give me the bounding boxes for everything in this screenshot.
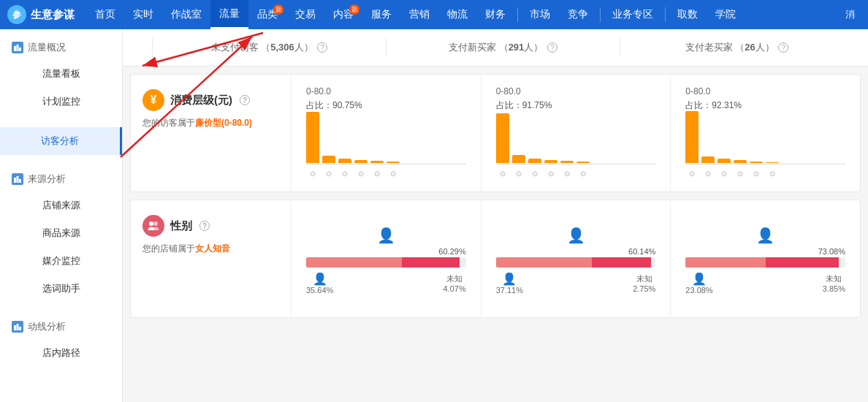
svg-point-13 [153, 221, 158, 226]
nav-logistics[interactable]: 物流 [438, 0, 476, 29]
sidebar-item-product-source[interactable]: 商品来源 [0, 219, 122, 247]
nav-business[interactable]: 业务专区 [604, 0, 662, 29]
sidebar-section-title-source: 来源分析 [0, 167, 122, 191]
nav-divider2 [600, 7, 601, 22]
nav-marketing[interactable]: 营销 [400, 0, 438, 29]
gender-cols: 👤 60.29% 👤 35.64% [292, 200, 860, 317]
gender-bar-1 [306, 257, 466, 268]
bar-icon-1-2: ⊙ [322, 170, 335, 178]
bar-3-6 [766, 162, 779, 163]
nav-home[interactable]: 首页 [86, 0, 124, 29]
sidebar-section-visitor: 访客分析 [0, 121, 122, 161]
nav-finance[interactable]: 财务 [476, 0, 514, 29]
sidebar-item-shop-path[interactable]: 店内路径 [0, 339, 122, 367]
nav-content[interactable]: 内容新 [324, 0, 362, 29]
unknown-info-3: 未知 3.85% [823, 273, 845, 293]
new-buyer-count: （291人） [499, 42, 544, 53]
sidebar-section-flow: 动线分析 店内路径 [0, 308, 122, 373]
gender-bottom-1: 👤 35.64% 未知 4.07% [306, 272, 466, 295]
unpaid-count: （5,306人） [261, 42, 313, 53]
bar-3-2 [701, 156, 715, 163]
consumption-col1-pct: 占比：90.75% [306, 99, 466, 112]
sidebar-item-shop-source[interactable]: 店铺来源 [0, 191, 122, 219]
gender-highlight: 女人知音 [195, 243, 230, 254]
male-icon-3: 👤 [692, 272, 707, 286]
male-pct-1: 35.64% [306, 286, 333, 295]
gender-section: 性别 ? 您的店铺属于女人知音 👤 60.29% [130, 200, 861, 318]
sidebar-item-visitor-analysis[interactable]: 访客分析 [0, 127, 122, 155]
sidebar-item-keyword[interactable]: 选词助手 [0, 275, 122, 303]
bar-1-6 [387, 162, 400, 163]
nav-market[interactable]: 市场 [521, 0, 559, 29]
sidebar-item-media-monitor[interactable]: 媒介监控 [0, 247, 122, 275]
nav-war-room[interactable]: 作战室 [162, 0, 210, 29]
gender-col2-chart: 👤 60.14% 👤 37.11% [496, 212, 656, 295]
gender-help[interactable]: ? [199, 221, 210, 231]
flow-section-icon [12, 321, 23, 333]
bar-1-5 [370, 161, 384, 163]
svg-rect-4 [17, 45, 19, 51]
traffic-section-label: 流量概况 [28, 41, 66, 54]
bar-icon-2-3: ⊙ [528, 170, 541, 178]
nav-divider [517, 7, 518, 22]
male-pct-3: 23.08% [685, 286, 712, 295]
gender-col3-chart: 👤 73.08% 👤 23.08% [685, 212, 845, 295]
old-buyer-count: （26人） [735, 42, 774, 53]
new-buyer-label: 支付新买家 [449, 42, 496, 53]
nav-category[interactable]: 品类新 [248, 0, 286, 29]
new-buyer-help[interactable]: ? [547, 42, 557, 53]
consumption-col3-chart: ⊙ ⊙ ⊙ ⊙ ⊙ ⊙ [685, 119, 845, 178]
consumption-col3-pct: 占比：92.31% [685, 99, 845, 112]
category-badge: 新 [273, 4, 283, 15]
gender-title: 性别 ? [142, 215, 279, 237]
consumption-highlight: 廉价型(0-80.0) [195, 118, 252, 128]
bar-2-1 [496, 113, 509, 163]
nav-realtime[interactable]: 实时 [124, 0, 162, 29]
unknown-bar-2 [651, 257, 656, 268]
nav-traffic[interactable]: 流量 [210, 0, 248, 29]
old-buyer-help[interactable]: ? [778, 42, 788, 53]
nav-trade[interactable]: 交易 [286, 0, 324, 29]
header-col-unpaid: 未支付访客 （5,306人） ? [152, 38, 386, 57]
header-row: 未支付访客 （5,306人） ? 支付新买家 （291人） ? 支付老买家 （2… [123, 29, 868, 67]
bar-2-5 [560, 161, 574, 163]
nav-academy[interactable]: 学院 [707, 0, 745, 29]
source-section-icon [12, 173, 23, 185]
consumption-col-3: 0-80.0 占比：92.31% ⊙ ⊙ [670, 75, 860, 191]
consumption-left: ¥ 消费层级(元) ? 您的访客属于廉价型(0-80.0) [131, 75, 292, 191]
consumption-col1-range: 0-80.0 [306, 86, 466, 96]
svg-point-12 [149, 221, 153, 226]
nav-fetch[interactable]: 取数 [669, 0, 707, 29]
logo-icon: 参 [7, 5, 26, 24]
bar-icon-3-4: ⊙ [734, 170, 747, 178]
unpaid-help[interactable]: ? [317, 42, 327, 53]
female-pct-1: 60.29% [306, 247, 466, 256]
svg-rect-11 [19, 327, 21, 330]
nav-service[interactable]: 服务 [362, 0, 400, 29]
nav-right: 消 [840, 8, 861, 21]
bar-icons-1: ⊙ ⊙ ⊙ ⊙ ⊙ ⊙ [306, 170, 466, 178]
bar-icon-2-1: ⊙ [496, 170, 509, 178]
nav-user[interactable]: 消 [840, 8, 861, 21]
consumption-help[interactable]: ? [240, 95, 250, 105]
consumption-title: ¥ 消费层级(元) ? [142, 89, 279, 111]
bar-icon-2-2: ⊙ [512, 170, 525, 178]
sidebar-item-traffic-board[interactable]: 流量看板 [0, 60, 122, 88]
sidebar-item-plan-monitor[interactable]: 计划监控 [0, 88, 122, 115]
gender-bar-2 [496, 257, 656, 268]
header-col-new-buyer: 支付新买家 （291人） ? [386, 38, 620, 57]
nav-competition[interactable]: 竞争 [559, 0, 597, 29]
bar-icon-3-2: ⊙ [701, 170, 715, 178]
bar-2-2 [512, 155, 525, 163]
gender-col-2: 👤 60.14% 👤 37.11% [481, 200, 671, 317]
bar-icon-3-6: ⊙ [766, 170, 779, 178]
male-icon-1: 👤 [313, 272, 327, 286]
consumption-desc: 您的访客属于廉价型(0-80.0) [142, 117, 279, 129]
male-info-3: 👤 23.08% [685, 272, 712, 295]
female-bar-1 [306, 257, 402, 268]
unknown-label-2: 未知 [636, 273, 652, 284]
consumption-col2-pct: 占比：91.75% [496, 99, 656, 112]
female-dark-bar-1 [402, 257, 460, 268]
header-col-old-buyer: 支付老买家 （26人） ? [620, 38, 853, 57]
male-info-1: 👤 35.64% [306, 272, 333, 295]
